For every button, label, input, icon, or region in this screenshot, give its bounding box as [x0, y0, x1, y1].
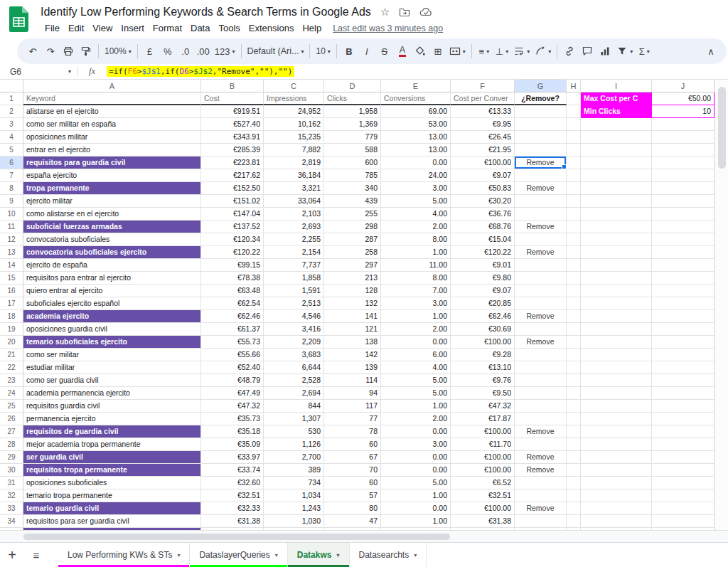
cell-C12[interactable]: 2,255 [264, 233, 324, 246]
cell-F2[interactable]: €13.33 [451, 105, 515, 118]
cell-A8[interactable]: tropa permanente [23, 182, 201, 195]
menu-data[interactable]: Data [186, 21, 214, 35]
cell-I10[interactable] [581, 208, 652, 221]
last-edit-link[interactable]: Last edit was 3 minutes ago [333, 23, 443, 33]
row-header-19[interactable]: 19 [0, 323, 23, 336]
cell-J34[interactable] [652, 515, 714, 528]
cell-C16[interactable]: 1,591 [264, 285, 324, 297]
row-header-17[interactable]: 17 [0, 297, 23, 310]
cell-J2[interactable]: 10 [652, 105, 714, 118]
insert-comment-button[interactable] [579, 42, 596, 60]
row-header-4[interactable]: 4 [0, 131, 23, 144]
cell-F18[interactable]: €62.46 [451, 310, 515, 323]
cell-C29[interactable]: 2,700 [264, 451, 324, 464]
cell-B24[interactable]: €47.49 [201, 387, 264, 400]
cell-I7[interactable] [581, 169, 652, 182]
cell-I23[interactable] [581, 374, 652, 387]
vertical-align-button[interactable]: ⊥▾ [493, 42, 510, 60]
cell-A29[interactable]: ser guardia civil [23, 451, 201, 464]
row-header-33[interactable]: 33 [0, 502, 23, 515]
cell-D27[interactable]: 78 [324, 425, 381, 438]
cell-F31[interactable]: €6.52 [451, 477, 515, 489]
cell-B31[interactable]: €32.60 [201, 477, 264, 489]
cell-B28[interactable]: €35.09 [201, 438, 264, 451]
cell-A17[interactable]: suboficiales ejercito español [23, 297, 201, 310]
cell-D33[interactable]: 80 [324, 502, 381, 515]
cell-I20[interactable] [581, 336, 652, 349]
cell-E28[interactable]: 3.00 [381, 438, 451, 451]
menu-extensions[interactable]: Extensions [245, 21, 299, 35]
menu-insert[interactable]: Insert [117, 21, 149, 35]
column-header-B[interactable]: B [201, 80, 264, 92]
cell-F27[interactable]: €100.00 [451, 425, 515, 438]
cell-C8[interactable]: 3,321 [264, 182, 324, 195]
cell-E1[interactable]: Conversions [381, 92, 451, 105]
cell-D3[interactable]: 1,369 [324, 118, 381, 131]
cell-B10[interactable]: €147.04 [201, 208, 264, 221]
cell-C30[interactable]: 389 [264, 464, 324, 477]
cell-H9[interactable] [567, 195, 581, 208]
cell-G18[interactable]: Remove [515, 310, 567, 323]
cell-B5[interactable]: €285.39 [201, 144, 264, 157]
zoom-selector[interactable]: 100%▾ [102, 42, 134, 60]
cell-J21[interactable] [652, 349, 714, 361]
cell-A5[interactable]: entrar en el ejercito [23, 144, 201, 157]
cell-F3[interactable]: €9.95 [451, 118, 515, 131]
cell-E22[interactable]: 4.00 [381, 361, 451, 374]
cell-J33[interactable] [652, 502, 714, 515]
cell-I22[interactable] [581, 361, 652, 374]
cell-E9[interactable]: 5.00 [381, 195, 451, 208]
cell-E3[interactable]: 53.00 [381, 118, 451, 131]
cell-E27[interactable]: 0.00 [381, 425, 451, 438]
cell-D31[interactable]: 60 [324, 477, 381, 489]
cell-A27[interactable]: requisitos de guardia civil [23, 425, 201, 438]
cell-H18[interactable] [567, 310, 581, 323]
sheet-tab-low-performing-kws-sts[interactable]: Low Performing KWs & STs▾ [58, 543, 190, 567]
cell-F8[interactable]: €50.83 [451, 182, 515, 195]
cell-B13[interactable]: €120.22 [201, 246, 264, 259]
cell-J29[interactable] [652, 451, 714, 464]
cell-J7[interactable] [652, 169, 714, 182]
cell-C24[interactable]: 2,694 [264, 387, 324, 400]
cell-A4[interactable]: oposiciones militar [23, 131, 201, 144]
cell-G20[interactable]: Remove [515, 336, 567, 349]
cell-C1[interactable]: Impressions [264, 92, 324, 105]
cell-G3[interactable] [515, 118, 567, 131]
cell-I33[interactable] [581, 502, 652, 515]
cell-J6[interactable] [652, 157, 714, 169]
cell-E16[interactable]: 7.00 [381, 285, 451, 297]
cell-J3[interactable] [652, 118, 714, 131]
cell-I14[interactable] [581, 259, 652, 272]
row-header-25[interactable]: 25 [0, 400, 23, 413]
cell-G28[interactable] [515, 438, 567, 451]
cell-F6[interactable]: €100.00 [451, 157, 515, 169]
cell-G15[interactable] [515, 272, 567, 285]
cell-G26[interactable] [515, 413, 567, 425]
cell-I13[interactable] [581, 246, 652, 259]
cell-J23[interactable] [652, 374, 714, 387]
cell-B33[interactable]: €32.33 [201, 502, 264, 515]
cell-H25[interactable] [567, 400, 581, 413]
text-rotation-button[interactable]: ▾ [532, 42, 553, 60]
horizontal-scrollbar-thumb[interactable] [23, 534, 450, 540]
cell-C28[interactable]: 1,126 [264, 438, 324, 451]
sheet-tab-datasearchts[interactable]: Datasearchts▾ [350, 543, 427, 567]
cell-B8[interactable]: €152.50 [201, 182, 264, 195]
cell-C23[interactable]: 2,528 [264, 374, 324, 387]
cell-F22[interactable]: €13.10 [451, 361, 515, 374]
cell-E32[interactable]: 1.00 [381, 489, 451, 502]
cell-E30[interactable]: 0.00 [381, 464, 451, 477]
cell-H34[interactable] [567, 515, 581, 528]
cell-I16[interactable] [581, 285, 652, 297]
cell-D24[interactable]: 94 [324, 387, 381, 400]
cell-I6[interactable] [581, 157, 652, 169]
star-icon[interactable]: ☆ [380, 6, 390, 18]
cell-B9[interactable]: €151.02 [201, 195, 264, 208]
cell-F25[interactable]: €47.32 [451, 400, 515, 413]
cell-G10[interactable] [515, 208, 567, 221]
cell-H32[interactable] [567, 489, 581, 502]
cell-H16[interactable] [567, 285, 581, 297]
cell-G34[interactable] [515, 515, 567, 528]
italic-button[interactable]: I [358, 42, 375, 60]
cell-H21[interactable] [567, 349, 581, 361]
